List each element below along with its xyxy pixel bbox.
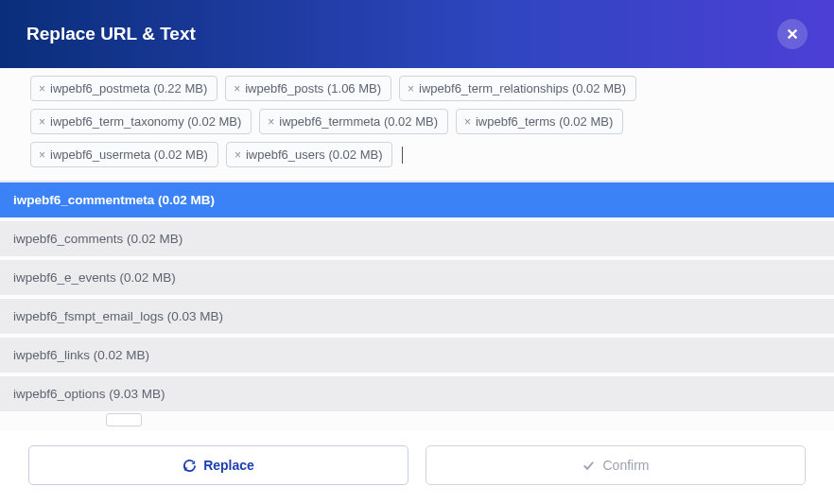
remove-tag-icon[interactable]: × [234, 82, 240, 96]
table-tag[interactable]: ×iwpebf6_users (0.02 MB) [226, 142, 393, 167]
remove-tag-icon[interactable]: × [408, 82, 414, 96]
remove-tag-icon[interactable]: × [268, 115, 274, 129]
modal-footer: Replace Confirm [0, 430, 834, 504]
table-tag[interactable]: ×iwpebf6_termmeta (0.02 MB) [259, 109, 448, 134]
replace-button[interactable]: Replace [28, 445, 408, 485]
remove-tag-icon[interactable]: × [39, 148, 45, 162]
available-tables-list[interactable]: iwpebf6_commentmeta (0.02 MB)iwpebf6_com… [0, 182, 834, 411]
text-cursor [402, 147, 403, 164]
tag-label: iwpebf6_posts (1.06 MB) [245, 81, 381, 96]
confirm-button-label: Confirm [602, 458, 649, 473]
table-list-item[interactable]: iwpebf6_e_events (0.02 MB) [0, 260, 834, 299]
table-list-item[interactable]: iwpebf6_links (0.02 MB) [0, 338, 834, 376]
confirm-button[interactable]: Confirm [426, 445, 806, 485]
replace-button-label: Replace [203, 458, 254, 473]
table-tag[interactable]: ×iwpebf6_term_relationships (0.02 MB) [399, 76, 636, 101]
remove-tag-icon[interactable]: × [39, 82, 45, 96]
modal-title: Replace URL & Text [26, 24, 196, 44]
tag-label: iwpebf6_terms (0.02 MB) [476, 114, 613, 129]
tag-label: iwpebf6_users (0.02 MB) [246, 148, 383, 162]
tag-label: iwpebf6_term_relationships (0.02 MB) [419, 81, 626, 96]
table-list-item[interactable]: iwpebf6_options (9.03 MB) [0, 376, 834, 411]
selected-tables-tags: ×iwpebf6_postmeta (0.22 MB)×iwpebf6_post… [30, 76, 804, 167]
check-icon [582, 459, 596, 473]
tooltip-stub [0, 411, 834, 430]
table-list-item[interactable]: iwpebf6_commentmeta (0.02 MB) [0, 182, 834, 221]
remove-tag-icon[interactable]: × [235, 148, 241, 162]
table-list-item[interactable]: iwpebf6_comments (0.02 MB) [0, 221, 834, 260]
close-icon [786, 27, 799, 41]
modal-body: ×iwpebf6_postmeta (0.22 MB)×iwpebf6_post… [0, 68, 834, 430]
tag-label: iwpebf6_term_taxonomy (0.02 MB) [50, 114, 241, 129]
close-button[interactable] [777, 19, 808, 49]
tag-label: iwpebf6_postmeta (0.22 MB) [50, 81, 207, 96]
table-list-item[interactable]: iwpebf6_fsmpt_email_logs (0.03 MB) [0, 299, 834, 338]
modal-header: Replace URL & Text [0, 0, 834, 68]
table-tag[interactable]: ×iwpebf6_posts (1.06 MB) [225, 76, 391, 101]
table-tag[interactable]: ×iwpebf6_terms (0.02 MB) [456, 109, 623, 134]
remove-tag-icon[interactable]: × [39, 115, 45, 129]
table-tag[interactable]: ×iwpebf6_usermeta (0.02 MB) [30, 142, 218, 167]
remove-tag-icon[interactable]: × [464, 115, 471, 129]
tag-label: iwpebf6_usermeta (0.02 MB) [50, 148, 208, 162]
replace-url-text-modal: Replace URL & Text ×iwpebf6_postmeta (0.… [0, 0, 834, 504]
tag-label: iwpebf6_termmeta (0.02 MB) [279, 114, 438, 129]
selected-tables-area[interactable]: ×iwpebf6_postmeta (0.22 MB)×iwpebf6_post… [0, 68, 834, 182]
table-tag[interactable]: ×iwpebf6_term_taxonomy (0.02 MB) [30, 109, 252, 134]
table-tag[interactable]: ×iwpebf6_postmeta (0.22 MB) [30, 76, 217, 101]
refresh-icon [182, 459, 197, 473]
